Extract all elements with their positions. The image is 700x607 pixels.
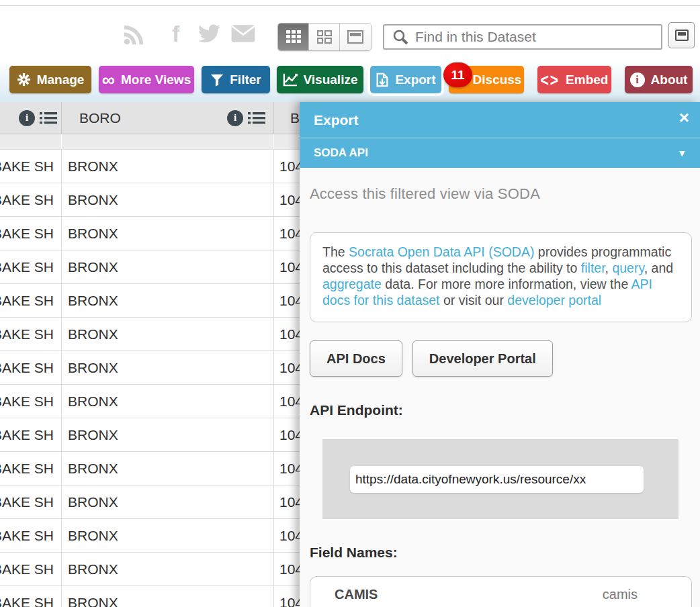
export-doc-icon [376, 73, 389, 87]
dataset-page: f [0, 0, 700, 607]
grid-view-button[interactable] [278, 24, 309, 50]
text-segment: The [322, 244, 349, 259]
cell-boro[interactable]: BRONX [62, 351, 274, 384]
api-endpoint-input[interactable] [350, 466, 644, 493]
visualize-button[interactable]: Visualize [277, 66, 363, 93]
cell-name[interactable]: BAKE SH [0, 485, 62, 518]
field-display-name: CAMIS [335, 587, 378, 602]
facebook-icon[interactable]: f [172, 21, 179, 47]
embed-label: Embed [566, 73, 608, 87]
cell-name[interactable]: BAKE SH [0, 418, 62, 451]
aggregate-link[interactable]: aggregate [322, 277, 382, 291]
field-names-label: Field Names: [310, 545, 700, 561]
field-api-name: camis [603, 587, 638, 602]
cell-boro[interactable]: BRONX [62, 519, 274, 552]
cell-name[interactable]: BAKE SH [0, 586, 62, 607]
soda-api-section-header[interactable]: SODA API ▼ [300, 138, 700, 168]
column-menu-icon[interactable] [40, 111, 57, 125]
text-segment: , and [644, 261, 673, 275]
code-brackets-icon: <> [541, 70, 560, 90]
email-icon[interactable] [230, 24, 256, 44]
api-endpoint-label: API Endpoint: [310, 402, 700, 418]
chevron-down-icon: ▼ [677, 148, 687, 158]
soda-api-link[interactable]: Socrata Open Data API (SODA) [349, 244, 534, 259]
view-toggle-group [277, 23, 371, 51]
search-input[interactable] [415, 29, 661, 45]
visualize-label: Visualize [304, 73, 358, 87]
cell-name[interactable]: BAKE SH [0, 519, 62, 552]
rss-icon[interactable] [122, 24, 145, 46]
fullscreen-button[interactable] [668, 22, 695, 48]
cell-name[interactable]: BAKE SH [0, 183, 62, 216]
cell-name[interactable]: BAKE SH [0, 318, 62, 351]
column-info-icon[interactable]: i [227, 110, 243, 126]
cell-boro[interactable]: BRONX [62, 318, 274, 351]
manage-button[interactable]: Manage [9, 66, 91, 93]
section-label: SODA API [314, 146, 368, 160]
more-views-label: More Views [121, 73, 191, 87]
cell-name[interactable]: BAKE SH [0, 351, 62, 384]
page-view-button[interactable] [340, 24, 371, 50]
cell-name[interactable]: BAKE SH [0, 250, 62, 283]
cell-boro[interactable]: BRONX [62, 485, 274, 518]
text-segment: , [605, 261, 613, 275]
export-panel-body: Access this filtered view via SODA The S… [300, 168, 700, 607]
cell-boro[interactable]: BRONX [62, 418, 274, 451]
developer-portal-button[interactable]: Developer Portal [412, 340, 553, 377]
gear-icon [17, 73, 31, 87]
export-button[interactable]: Export [370, 66, 441, 93]
discuss-count-badge: 11 [443, 62, 472, 87]
panel-title: Export [314, 112, 359, 128]
about-button[interactable]: i About [625, 66, 693, 93]
cell-boro[interactable]: BRONX [62, 284, 274, 317]
column-menu-icon[interactable] [248, 111, 265, 125]
embed-button[interactable]: <> Embed [537, 66, 611, 93]
column-header-boro[interactable]: BORO i [62, 102, 274, 134]
text-segment: or visit our [440, 293, 508, 308]
cell-boro[interactable]: BRONX [62, 385, 274, 418]
column-info-icon[interactable]: i [19, 110, 35, 126]
cell-name[interactable]: BAKE SH [0, 385, 62, 418]
cell-boro[interactable]: BRONX [62, 150, 274, 183]
cell-name[interactable]: BAKE SH [0, 452, 62, 485]
cell-boro[interactable]: BRONX [62, 183, 274, 216]
developer-portal-link[interactable]: developer portal [507, 293, 601, 308]
cell-name[interactable]: BAKE SH [0, 150, 62, 183]
export-label: Export [395, 73, 435, 87]
cell-boro[interactable]: BRONX [62, 250, 274, 283]
discuss-label: Discuss [473, 73, 522, 87]
cell-name[interactable]: BAKE SH [0, 217, 62, 250]
fullscreen-icon [675, 30, 689, 41]
field-row: CAMIS camis [310, 577, 691, 607]
cell-boro[interactable]: BRONX [62, 553, 274, 586]
chart-icon [283, 73, 298, 87]
column-header-1[interactable]: i [0, 102, 62, 134]
api-endpoint-box [322, 439, 679, 519]
api-button-row: API Docs Developer Portal [310, 340, 700, 377]
column-title: BORO [79, 110, 222, 126]
soda-description: The Socrata Open Data API (SODA) provide… [310, 232, 692, 322]
close-icon[interactable]: × [679, 109, 689, 126]
rich-list-view-button[interactable] [309, 24, 340, 50]
cell-boro[interactable]: BRONX [62, 586, 274, 607]
info-icon: i [630, 73, 645, 87]
twitter-icon[interactable] [197, 24, 221, 45]
cell-boro[interactable]: BRONX [62, 452, 274, 485]
search-icon [392, 29, 408, 45]
export-panel: Export × SODA API ▼ Access this filtered… [300, 102, 700, 607]
cell-name[interactable]: BAKE SH [0, 284, 62, 317]
funnel-icon [210, 73, 224, 87]
manage-label: Manage [37, 73, 85, 87]
api-docs-button[interactable]: API Docs [310, 340, 402, 377]
about-label: About [651, 73, 688, 87]
more-views-button[interactable]: ∞ More Views [99, 66, 194, 93]
filter-button[interactable]: Filter [202, 66, 270, 93]
field-names-table: CAMIS camis [310, 576, 692, 607]
text-segment: data. For more more information, view th… [382, 277, 631, 291]
cell-name[interactable]: BAKE SH [0, 553, 62, 586]
query-link[interactable]: query [612, 261, 644, 275]
filter-label: Filter [230, 73, 261, 87]
soda-subtitle: Access this filtered view via SODA [310, 185, 700, 203]
cell-boro[interactable]: BRONX [62, 217, 274, 250]
filter-link[interactable]: filter [581, 261, 605, 275]
